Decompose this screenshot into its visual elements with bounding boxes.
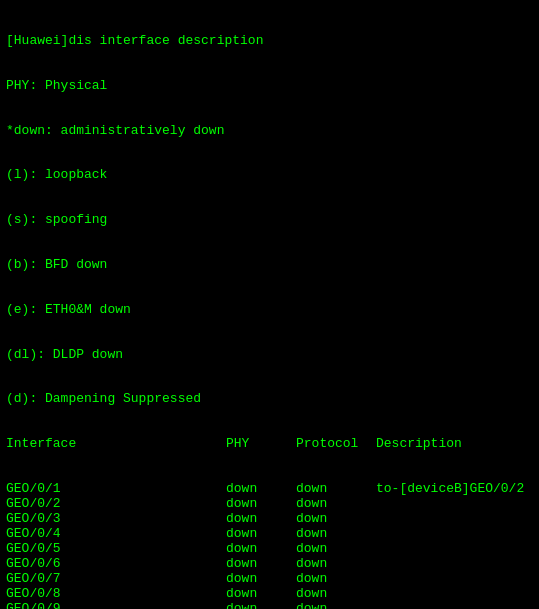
table-row: GEO/0/7downdown [6,572,533,587]
table-row: GEO/0/3downdown [6,512,533,527]
interface-name: GEO/0/5 [6,542,226,557]
table-row: GEO/0/6downdown [6,557,533,572]
col-header-interface: Interface [6,437,226,452]
col-header-desc: Description [376,437,462,452]
legend-ethoam: (e): ETH0&M down [6,303,533,318]
phy-status: down [226,497,296,512]
table-row: GEO/0/2downdown [6,497,533,512]
phy-status: down [226,482,296,497]
phy-status: down [226,602,296,610]
protocol-status: down [296,542,376,557]
table-row: GEO/0/8downdown [6,587,533,602]
legend-dldp: (dl): DLDP down [6,348,533,363]
protocol-status: down [296,557,376,572]
protocol-status: down [296,497,376,512]
interface-name: GEO/0/3 [6,512,226,527]
interface-name: GEO/0/9 [6,602,226,610]
legend-loopback: (l): loopback [6,168,533,183]
legend-dampening: (d): Dampening Suppressed [6,392,533,407]
legend-phy: PHY: Physical [6,79,533,94]
interface-name: GEO/0/7 [6,572,226,587]
interface-name: GEO/0/2 [6,497,226,512]
protocol-status: down [296,482,376,497]
table-header: InterfacePHYProtocolDescription [6,437,533,452]
table-row: GEO/0/9downdown [6,602,533,610]
protocol-status: down [296,572,376,587]
phy-status: down [226,557,296,572]
interface-description: to-[deviceB]GEO/0/2 [376,482,524,497]
phy-status: down [226,512,296,527]
table-row: GEO/0/4downdown [6,527,533,542]
interface-name: GEO/0/8 [6,587,226,602]
interface-table: GEO/0/1downdownto-[deviceB]GEO/0/2GEO/0/… [6,482,533,609]
col-header-protocol: Protocol [296,437,376,452]
protocol-status: down [296,587,376,602]
protocol-status: down [296,602,376,610]
col-header-phy: PHY [226,437,296,452]
phy-status: down [226,527,296,542]
legend-bfd: (b): BFD down [6,258,533,273]
protocol-status: down [296,512,376,527]
interface-name: GEO/0/6 [6,557,226,572]
legend-down: *down: administratively down [6,124,533,139]
command-line: [Huawei]dis interface description [6,34,533,49]
phy-status: down [226,572,296,587]
legend-spoofing: (s): spoofing [6,213,533,228]
protocol-status: down [296,527,376,542]
phy-status: down [226,542,296,557]
phy-status: down [226,587,296,602]
table-row: GEO/0/5downdown [6,542,533,557]
interface-name: GEO/0/1 [6,482,226,497]
terminal-window: [Huawei]dis interface description PHY: P… [6,4,533,609]
table-row: GEO/0/1downdownto-[deviceB]GEO/0/2 [6,482,533,497]
interface-name: GEO/0/4 [6,527,226,542]
